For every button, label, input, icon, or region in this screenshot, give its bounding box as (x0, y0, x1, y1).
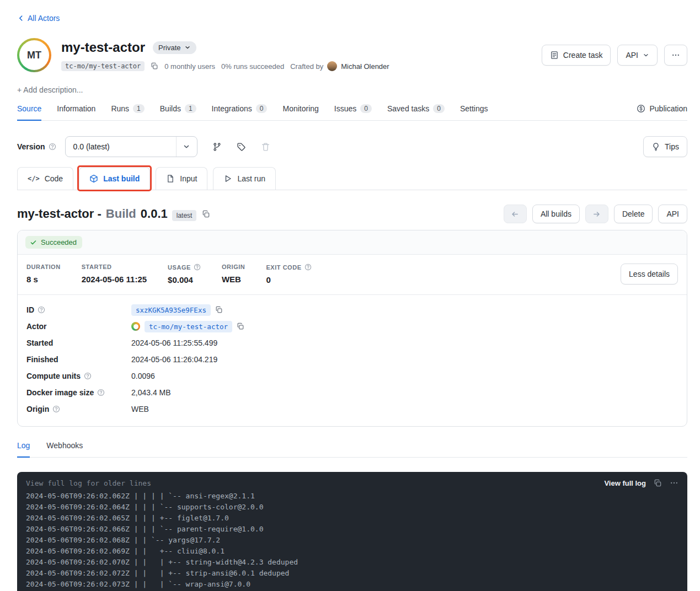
copy-build-version-button[interactable] (202, 210, 210, 218)
view-full-log-link[interactable]: View full log (604, 479, 646, 487)
subtab-code[interactable]: </> Code (17, 167, 73, 190)
actor-link-badge[interactable]: tc-mo/my-test-actor (145, 321, 232, 332)
log-lines: 2024-05-06T09:26:02.062Z | | | | `-- ans… (26, 491, 678, 591)
more-actions-button[interactable] (664, 45, 687, 66)
help-icon[interactable] (52, 405, 60, 413)
tab-label: Issues (334, 104, 356, 113)
arrow-right-icon (592, 210, 601, 218)
actor-avatar-initials: MT (19, 40, 49, 70)
field-row-compute-units: Compute units 0.0096 (26, 368, 678, 384)
build-stat: STARTED 2024-05-06 11:25 (82, 264, 147, 284)
copy-icon (237, 323, 244, 330)
check-icon (30, 239, 37, 246)
stat-label: EXIT CODE (266, 264, 301, 271)
play-icon (223, 174, 232, 183)
copy-log-button[interactable] (654, 479, 662, 487)
actor-tab[interactable]: Monitoring (282, 104, 318, 120)
tag-icon (237, 142, 246, 152)
next-build-button[interactable] (585, 205, 608, 223)
git-branch-icon (212, 142, 222, 152)
build-id-badge[interactable]: sxzKGK5A93Se9FExs (131, 304, 211, 316)
stat-value: 8 s (26, 275, 61, 284)
field-row-docker-image-size: Docker image size 2,043.4 MB (26, 384, 678, 401)
actor-tab[interactable]: Source (17, 104, 41, 120)
tag-version-button[interactable] (232, 137, 252, 157)
field-row-finished: Finished 2024-05-06 11:26:04.219 (26, 351, 678, 368)
add-description-link[interactable]: + Add description... (17, 85, 83, 94)
tab-label: Webhooks (46, 441, 83, 450)
tab-label: Source (17, 104, 41, 113)
older-lines-notice[interactable]: View full log for older lines (26, 479, 151, 487)
task-icon (550, 51, 559, 60)
api-dropdown-button[interactable]: API (617, 45, 658, 66)
tab-label: Monitoring (282, 104, 318, 113)
actor-tab[interactable]: Issues 0 (334, 104, 372, 120)
author-avatar (327, 61, 337, 71)
source-subtabs: </> Code Last build Input Last run (17, 167, 687, 190)
build-header: my-test-actor - Build 0.0.1 latest All b… (17, 205, 687, 223)
stat-label: ORIGIN (222, 264, 245, 270)
breadcrumb[interactable]: All Actors (17, 14, 60, 23)
author-name[interactable]: Michał Olender (341, 62, 389, 71)
copy-icon (654, 479, 662, 487)
delete-build-button[interactable]: Delete (614, 205, 653, 223)
log-more-button[interactable] (670, 479, 678, 487)
ellipsis-icon (671, 51, 680, 60)
actor-tab[interactable]: Settings (460, 104, 488, 120)
stat-label: USAGE (168, 264, 191, 271)
version-select[interactable]: 0.0 (latest) (65, 136, 197, 157)
help-icon[interactable] (84, 372, 92, 380)
copy-id-button[interactable] (215, 306, 223, 314)
help-icon[interactable] (38, 306, 45, 314)
visibility-dropdown[interactable]: Private (153, 41, 196, 54)
tips-button[interactable]: Tips (643, 136, 687, 157)
build-word: Build (106, 207, 136, 221)
tab-label: Builds (160, 104, 181, 113)
delete-version-button[interactable] (256, 137, 276, 157)
package-icon (89, 174, 98, 183)
field-row-started: Started 2024-05-06 11:25:55.499 (26, 335, 678, 351)
field-row-actor: Actor tc-mo/my-test-actor (26, 318, 678, 335)
create-task-button[interactable]: Create task (542, 45, 611, 66)
actor-tab[interactable]: Information (57, 104, 95, 120)
all-builds-button[interactable]: All builds (532, 205, 580, 223)
copy-icon (215, 306, 223, 314)
log-tab[interactable]: Webhooks (46, 441, 83, 457)
actor-avatar: MT (17, 38, 51, 72)
subtab-last-build[interactable]: Last build (79, 167, 150, 190)
subtab-last-run[interactable]: Last run (213, 167, 276, 190)
help-icon[interactable] (97, 389, 105, 396)
actor-tab[interactable]: Saved tasks 0 (387, 104, 445, 120)
log-line: 2024-05-06T09:26:02.066Z | | | `-- paren… (26, 524, 678, 535)
previous-build-button[interactable] (504, 205, 527, 223)
git-branch-button[interactable] (207, 137, 227, 157)
help-icon[interactable] (194, 264, 201, 271)
log-tab[interactable]: Log (17, 441, 30, 457)
actor-tabs: Source Information Runs 1 Builds 1 (17, 104, 687, 121)
version-select-value: 0.0 (latest) (66, 142, 176, 151)
copy-actor-button[interactable] (237, 323, 244, 330)
tab-label: Settings (460, 104, 488, 113)
log-line: 2024-05-06T09:26:02.070Z | | | +-- strin… (26, 557, 678, 568)
help-icon[interactable] (304, 264, 312, 271)
chevron-down-icon (176, 137, 197, 157)
tab-count-badge: 0 (360, 104, 372, 113)
less-details-button[interactable]: Less details (621, 264, 678, 284)
build-stats: DURATION 8 s STARTED 2024-05-06 11:25 (26, 264, 312, 284)
latest-badge: latest (172, 210, 197, 221)
publication-link[interactable]: Publication (637, 104, 688, 120)
actor-tab[interactable]: Builds 1 (160, 104, 196, 120)
copy-handle-button[interactable] (151, 62, 158, 70)
stat-value: 0 (266, 275, 311, 284)
code-icon: </> (28, 175, 40, 182)
help-icon[interactable] (49, 143, 56, 151)
breadcrumb-label: All Actors (28, 14, 60, 23)
subtab-input[interactable]: Input (156, 167, 207, 190)
build-api-button[interactable]: API (658, 205, 687, 223)
log-line: 2024-05-06T09:26:02.062Z | | | | `-- ans… (26, 491, 678, 502)
actor-tab[interactable]: Integrations 0 (212, 104, 268, 120)
tab-label: Integrations (212, 104, 252, 113)
log-tabs: Log Webhooks (17, 441, 687, 458)
lightbulb-icon (651, 142, 660, 151)
actor-tab[interactable]: Runs 1 (111, 104, 144, 120)
